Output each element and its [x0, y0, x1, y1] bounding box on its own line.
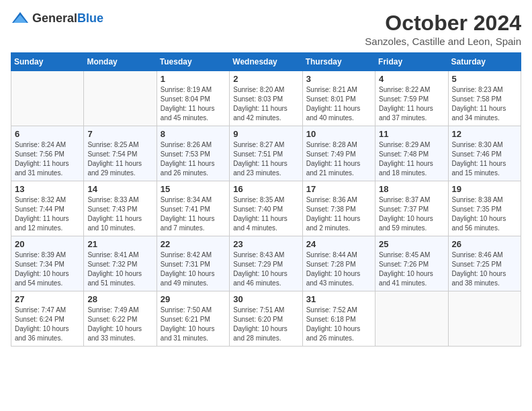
cell-text: Sunrise: 8:37 AM Sunset: 7:37 PM Dayligh…	[379, 195, 444, 233]
cell-text: Sunrise: 8:30 AM Sunset: 7:46 PM Dayligh…	[452, 140, 517, 178]
cell-text: Sunrise: 8:22 AM Sunset: 7:59 PM Dayligh…	[379, 85, 444, 123]
day-number: 8	[161, 129, 226, 139]
cell-text: Sunrise: 8:32 AM Sunset: 7:44 PM Dayligh…	[15, 195, 80, 233]
cell-text: Sunrise: 8:41 AM Sunset: 7:32 PM Dayligh…	[87, 250, 152, 288]
calendar-cell: 29Sunrise: 7:50 AM Sunset: 6:21 PM Dayli…	[157, 291, 229, 347]
header-thursday: Thursday	[302, 53, 375, 71]
cell-text: Sunrise: 7:51 AM Sunset: 6:20 PM Dayligh…	[233, 306, 298, 343]
day-number: 21	[87, 239, 152, 249]
calendar-cell: 12Sunrise: 8:30 AM Sunset: 7:46 PM Dayli…	[448, 126, 521, 181]
calendar-cell: 9Sunrise: 8:27 AM Sunset: 7:51 PM Daylig…	[230, 126, 302, 181]
day-number: 2	[233, 74, 298, 84]
calendar-week-row: 1Sunrise: 8:19 AM Sunset: 8:04 PM Daylig…	[11, 71, 521, 126]
calendar-cell: 25Sunrise: 8:45 AM Sunset: 7:26 PM Dayli…	[375, 236, 448, 291]
day-number: 18	[379, 184, 444, 194]
location-subtitle: Sanzoles, Castille and Leon, Spain	[365, 36, 521, 47]
day-number: 17	[306, 184, 371, 194]
cell-text: Sunrise: 8:23 AM Sunset: 7:58 PM Dayligh…	[452, 85, 517, 123]
day-number: 24	[306, 239, 371, 249]
day-number: 23	[233, 239, 298, 249]
calendar-cell: 31Sunrise: 7:52 AM Sunset: 6:18 PM Dayli…	[302, 291, 375, 347]
day-number: 19	[452, 184, 517, 194]
day-number: 14	[87, 184, 152, 194]
calendar-table: SundayMondayTuesdayWednesdayThursdayFrid…	[11, 52, 521, 347]
cell-text: Sunrise: 7:50 AM Sunset: 6:21 PM Dayligh…	[161, 306, 226, 343]
day-number: 11	[379, 129, 444, 139]
day-number: 7	[87, 129, 152, 139]
day-number: 29	[161, 294, 226, 304]
page-header: GeneralBlue October 2024 Sanzoles, Casti…	[11, 11, 521, 47]
calendar-cell: 5Sunrise: 8:23 AM Sunset: 7:58 PM Daylig…	[448, 71, 521, 126]
calendar-cell: 19Sunrise: 8:38 AM Sunset: 7:35 PM Dayli…	[448, 181, 521, 236]
cell-text: Sunrise: 8:25 AM Sunset: 7:54 PM Dayligh…	[87, 140, 152, 178]
calendar-cell: 15Sunrise: 8:34 AM Sunset: 7:41 PM Dayli…	[157, 181, 229, 236]
calendar-cell: 2Sunrise: 8:20 AM Sunset: 8:03 PM Daylig…	[230, 71, 302, 126]
calendar-cell: 3Sunrise: 8:21 AM Sunset: 8:01 PM Daylig…	[302, 71, 375, 126]
logo-blue: Blue	[77, 11, 103, 25]
day-number: 4	[379, 74, 444, 84]
cell-text: Sunrise: 8:39 AM Sunset: 7:34 PM Dayligh…	[15, 250, 80, 288]
day-number: 5	[452, 74, 517, 84]
logo: GeneralBlue	[11, 11, 103, 26]
header-wednesday: Wednesday	[230, 53, 302, 71]
calendar-cell: 11Sunrise: 8:29 AM Sunset: 7:48 PM Dayli…	[375, 126, 448, 181]
day-number: 12	[452, 129, 517, 139]
logo-general: General	[32, 11, 77, 25]
cell-text: Sunrise: 8:27 AM Sunset: 7:51 PM Dayligh…	[233, 140, 298, 178]
calendar-cell: 28Sunrise: 7:49 AM Sunset: 6:22 PM Dayli…	[84, 291, 157, 347]
cell-text: Sunrise: 7:47 AM Sunset: 6:24 PM Dayligh…	[15, 306, 80, 343]
calendar-cell: 13Sunrise: 8:32 AM Sunset: 7:44 PM Dayli…	[11, 181, 84, 236]
header-tuesday: Tuesday	[157, 53, 229, 71]
day-number: 26	[452, 239, 517, 249]
cell-text: Sunrise: 8:35 AM Sunset: 7:40 PM Dayligh…	[233, 195, 298, 233]
day-number: 31	[306, 294, 371, 304]
day-number: 28	[87, 294, 152, 304]
month-title: October 2024	[365, 11, 521, 36]
calendar-cell: 7Sunrise: 8:25 AM Sunset: 7:54 PM Daylig…	[84, 126, 157, 181]
calendar-cell	[375, 291, 448, 347]
cell-text: Sunrise: 8:46 AM Sunset: 7:25 PM Dayligh…	[452, 250, 517, 288]
day-number: 13	[15, 184, 80, 194]
day-number: 20	[15, 239, 80, 249]
cell-text: Sunrise: 8:42 AM Sunset: 7:31 PM Dayligh…	[161, 250, 226, 288]
day-number: 16	[233, 184, 298, 194]
calendar-week-row: 13Sunrise: 8:32 AM Sunset: 7:44 PM Dayli…	[11, 181, 521, 236]
cell-text: Sunrise: 8:36 AM Sunset: 7:38 PM Dayligh…	[306, 195, 371, 233]
day-number: 15	[161, 184, 226, 194]
day-number: 22	[161, 239, 226, 249]
calendar-week-row: 27Sunrise: 7:47 AM Sunset: 6:24 PM Dayli…	[11, 291, 521, 347]
calendar-cell: 23Sunrise: 8:43 AM Sunset: 7:29 PM Dayli…	[230, 236, 302, 291]
calendar-cell: 10Sunrise: 8:28 AM Sunset: 7:49 PM Dayli…	[302, 126, 375, 181]
cell-text: Sunrise: 8:44 AM Sunset: 7:28 PM Dayligh…	[306, 250, 371, 288]
cell-text: Sunrise: 8:20 AM Sunset: 8:03 PM Dayligh…	[233, 85, 298, 123]
logo-icon	[11, 11, 30, 26]
calendar-cell	[448, 291, 521, 347]
cell-text: Sunrise: 8:28 AM Sunset: 7:49 PM Dayligh…	[306, 140, 371, 178]
header-monday: Monday	[84, 53, 157, 71]
cell-text: Sunrise: 8:19 AM Sunset: 8:04 PM Dayligh…	[161, 85, 226, 123]
calendar-cell: 14Sunrise: 8:33 AM Sunset: 7:43 PM Dayli…	[84, 181, 157, 236]
header-friday: Friday	[375, 53, 448, 71]
cell-text: Sunrise: 8:34 AM Sunset: 7:41 PM Dayligh…	[161, 195, 226, 233]
cell-text: Sunrise: 8:45 AM Sunset: 7:26 PM Dayligh…	[379, 250, 444, 288]
cell-text: Sunrise: 8:33 AM Sunset: 7:43 PM Dayligh…	[87, 195, 152, 233]
calendar-cell: 22Sunrise: 8:42 AM Sunset: 7:31 PM Dayli…	[157, 236, 229, 291]
cell-text: Sunrise: 8:26 AM Sunset: 7:53 PM Dayligh…	[161, 140, 226, 178]
day-number: 1	[161, 74, 226, 84]
cell-text: Sunrise: 8:43 AM Sunset: 7:29 PM Dayligh…	[233, 250, 298, 288]
day-number: 9	[233, 129, 298, 139]
cell-text: Sunrise: 8:21 AM Sunset: 8:01 PM Dayligh…	[306, 85, 371, 123]
calendar-cell: 1Sunrise: 8:19 AM Sunset: 8:04 PM Daylig…	[157, 71, 229, 126]
calendar-cell: 17Sunrise: 8:36 AM Sunset: 7:38 PM Dayli…	[302, 181, 375, 236]
day-number: 25	[379, 239, 444, 249]
cell-text: Sunrise: 8:29 AM Sunset: 7:48 PM Dayligh…	[379, 140, 444, 178]
cell-text: Sunrise: 7:52 AM Sunset: 6:18 PM Dayligh…	[306, 306, 371, 343]
calendar-cell: 4Sunrise: 8:22 AM Sunset: 7:59 PM Daylig…	[375, 71, 448, 126]
cell-text: Sunrise: 8:38 AM Sunset: 7:35 PM Dayligh…	[452, 195, 517, 233]
calendar-cell: 8Sunrise: 8:26 AM Sunset: 7:53 PM Daylig…	[157, 126, 229, 181]
calendar-cell: 16Sunrise: 8:35 AM Sunset: 7:40 PM Dayli…	[230, 181, 302, 236]
calendar-cell: 6Sunrise: 8:24 AM Sunset: 7:56 PM Daylig…	[11, 126, 84, 181]
day-number: 3	[306, 74, 371, 84]
day-number: 6	[15, 129, 80, 139]
header-sunday: Sunday	[11, 53, 84, 71]
